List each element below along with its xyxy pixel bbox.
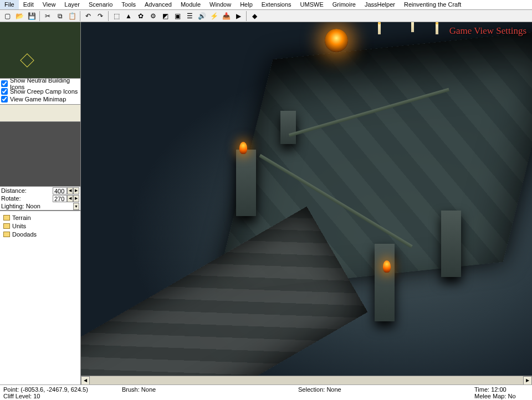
region-icon[interactable]: ◩ [160, 11, 171, 22]
check-creep-camps[interactable]: Show Creep Camp Icons [1, 88, 80, 95]
doodad-icon[interactable]: ✿ [135, 11, 146, 22]
prop-lighting-dropdown[interactable]: ▼ [73, 203, 79, 210]
folder-icon [3, 232, 10, 237]
select-icon[interactable]: ⬚ [111, 11, 122, 22]
test-icon[interactable]: ▶ [233, 11, 244, 22]
tree-item-doodads[interactable]: Doodads [1, 230, 79, 238]
scene-candle [378, 23, 381, 34]
scene-pillar [441, 211, 461, 277]
prop-rotate-dec[interactable]: ◀ [67, 195, 73, 202]
status-brush: Brush: None [119, 386, 295, 399]
status-time: Time: 12:00 Melee Map: No [471, 386, 532, 399]
tree-item-terrain[interactable]: Terrain [1, 213, 79, 222]
scroll-left-button[interactable]: ◀ [81, 376, 90, 385]
palette-tree: TerrainUnitsDoodads [0, 211, 80, 384]
prop-lighting: Lighting: Noon ▼ [0, 202, 80, 210]
check-creep-camps-label: Show Creep Camp Icons [10, 88, 78, 95]
status-bar: Point: (-8053.6, -2467.9, 624.5) Cliff L… [0, 384, 532, 400]
tree-item-label: Doodads [12, 231, 37, 238]
paste-icon[interactable]: 📋 [66, 11, 78, 22]
menu-module[interactable]: Module [176, 0, 205, 9]
overlay-game-view-settings[interactable]: Game View Settings [449, 25, 526, 37]
scene-candle [436, 23, 438, 34]
scene-candle [411, 22, 414, 32]
sound-icon[interactable]: 🔊 [196, 11, 207, 22]
toolbar: ▢📂💾✂⧉📋↶↷⬚▲✿⚙◩▣☰🔊⚡📥▶◆ [0, 10, 532, 22]
panel-spacer [0, 105, 80, 121]
scene-pillar [280, 111, 296, 144]
menu-umswe[interactable]: UMSWE [296, 0, 328, 9]
side-panel: Show Neutral Building Icons Show Creep C… [0, 22, 81, 384]
check-creep-camps-box[interactable] [1, 88, 8, 95]
tree-item-label: Terrain [12, 214, 31, 221]
save-icon[interactable]: 💾 [26, 11, 37, 22]
undo-icon[interactable]: ↶ [83, 11, 94, 22]
menu-view[interactable]: View [38, 0, 60, 9]
terrain-icon[interactable]: ▲ [123, 11, 134, 22]
unit-icon[interactable]: ⚙ [147, 11, 158, 22]
tree-item-units[interactable]: Units [1, 222, 79, 230]
menu-layer[interactable]: Layer [60, 0, 84, 9]
toolbar-separator [108, 11, 109, 21]
check-neutral-buildings-box[interactable] [1, 80, 8, 87]
prop-rotate-value[interactable]: 270 [53, 195, 67, 202]
cut-icon[interactable]: ✂ [42, 11, 53, 22]
scene-brazier [325, 29, 348, 52]
toolbar-separator [39, 11, 40, 21]
prop-distance-label: Distance: [1, 187, 53, 194]
scene-pillar [236, 150, 256, 216]
copy-icon[interactable]: ⧉ [54, 11, 65, 22]
prop-distance-value[interactable]: 400 [53, 187, 67, 194]
scroll-right-button[interactable]: ▶ [523, 376, 532, 385]
camera-icon[interactable]: ▣ [172, 11, 183, 22]
menu-extensions[interactable]: Extensions [257, 0, 296, 9]
menu-window[interactable]: Window [205, 0, 236, 9]
menu-bar: FileEditViewLayerScenarioToolsAdvancedMo… [0, 0, 532, 10]
preview-box [0, 121, 80, 187]
scroll-track[interactable] [90, 376, 523, 385]
status-selection: Selection: None [295, 386, 471, 399]
trigger-icon[interactable]: ⚡ [208, 11, 219, 22]
check-game-minimap-label: View Game Minimap [10, 96, 66, 102]
prop-distance-dec[interactable]: ◀ [67, 187, 73, 194]
folder-icon [3, 215, 10, 220]
menu-jasshelper[interactable]: JassHelper [360, 0, 400, 9]
menu-edit[interactable]: Edit [19, 0, 38, 9]
new-icon[interactable]: ▢ [2, 11, 13, 22]
prop-distance-inc[interactable]: ▶ [73, 187, 79, 194]
tool-a-icon[interactable]: ◆ [249, 11, 260, 22]
menu-advanced[interactable]: Advanced [140, 0, 176, 9]
prop-distance: Distance: 400 ◀ ▶ [0, 187, 80, 194]
open-icon[interactable]: 📂 [14, 11, 25, 22]
menu-reinventing-the-craft[interactable]: Reinventing the Craft [400, 0, 466, 9]
viewport-container: Game View Settings ◀ ▶ [81, 22, 532, 384]
scene-torch [383, 260, 391, 273]
check-game-minimap[interactable]: View Game Minimap [1, 95, 80, 103]
redo-icon[interactable]: ↷ [95, 11, 106, 22]
prop-rotate-label: Rotate: [1, 195, 53, 202]
check-game-minimap-box[interactable] [1, 96, 8, 102]
menu-tools[interactable]: Tools [117, 0, 140, 9]
toolbar-separator [246, 11, 247, 21]
workspace: Show Neutral Building Icons Show Creep C… [0, 22, 532, 384]
prop-rotate-inc[interactable]: ▶ [73, 195, 79, 202]
viewport-scrollbar[interactable]: ◀ ▶ [81, 376, 532, 384]
minimap-camera-frame [20, 53, 34, 67]
menu-file[interactable]: File [0, 0, 19, 9]
menu-help[interactable]: Help [236, 0, 257, 9]
menu-scenario[interactable]: Scenario [84, 0, 117, 9]
scene-torch [239, 142, 247, 154]
folder-icon [3, 223, 10, 229]
prop-rotate: Rotate: 270 ◀ ▶ [0, 194, 80, 202]
import-icon[interactable]: 📥 [221, 11, 232, 22]
viewport-3d[interactable]: Game View Settings [81, 22, 532, 376]
minimap[interactable] [0, 22, 80, 79]
prop-lighting-label: Lighting: Noon [1, 203, 73, 209]
status-point: Point: (-8053.6, -2467.9, 624.5) Cliff L… [0, 386, 119, 399]
camera-properties: Distance: 400 ◀ ▶ Rotate: 270 ◀ ▶ Lighti… [0, 187, 80, 211]
minimap-options: Show Neutral Building Icons Show Creep C… [0, 79, 80, 105]
check-neutral-buildings[interactable]: Show Neutral Building Icons [1, 80, 80, 88]
object-icon[interactable]: ☰ [184, 11, 195, 22]
menu-grimoire[interactable]: Grimoire [328, 0, 360, 9]
tree-item-label: Units [12, 223, 26, 229]
